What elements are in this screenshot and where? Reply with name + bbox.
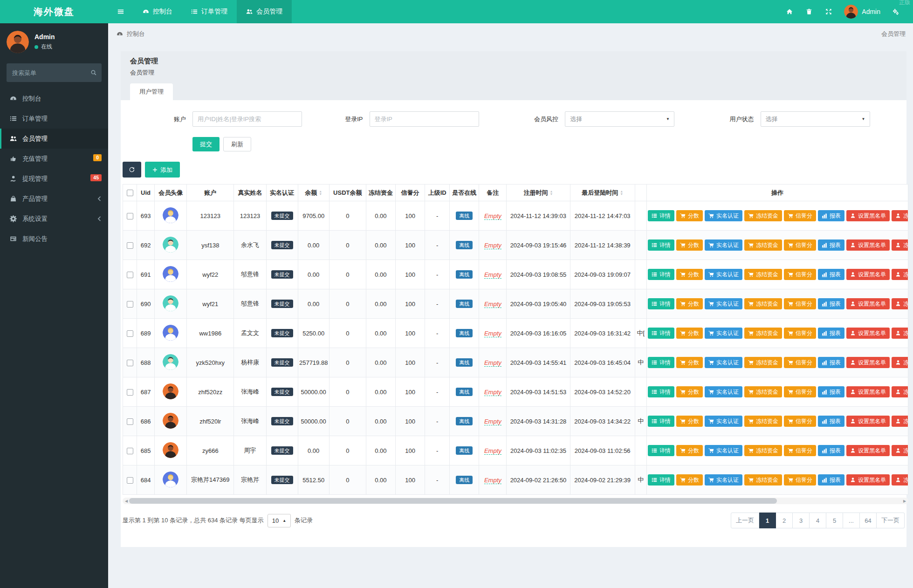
- report-button[interactable]: 报表: [818, 386, 844, 397]
- sidebar-item-提现管理[interactable]: 提现管理45: [0, 169, 108, 189]
- blacklist-button[interactable]: 设置黑名单: [846, 357, 890, 368]
- submit-button[interactable]: 提交: [192, 137, 220, 151]
- page-button-...[interactable]: ...: [843, 513, 860, 528]
- freeze-funds-button[interactable]: 冻结资金: [744, 328, 782, 339]
- freeze-button[interactable]: 冻结: [892, 210, 908, 221]
- detail-button[interactable]: 详情: [648, 416, 674, 427]
- user-status-select[interactable]: 选择 ▼: [761, 111, 870, 127]
- freeze-button[interactable]: 冻结: [892, 474, 908, 485]
- score-button[interactable]: 分数: [676, 269, 703, 280]
- freeze-funds-button[interactable]: 冻结资金: [744, 210, 782, 221]
- page-button-5[interactable]: 5: [826, 513, 843, 528]
- score-button[interactable]: 分数: [676, 298, 703, 309]
- freeze-funds-button[interactable]: 冻结资金: [744, 416, 782, 427]
- column-header-reg_time[interactable]: 注册时间: [524, 189, 548, 196]
- blacklist-button[interactable]: 设置黑名单: [846, 298, 890, 309]
- refresh-table-button[interactable]: [123, 162, 141, 178]
- report-button[interactable]: 报表: [818, 269, 844, 280]
- credit-score-button[interactable]: 信誉分: [784, 239, 816, 251]
- realname-verify-button[interactable]: 实名认证: [705, 210, 742, 221]
- freeze-button[interactable]: 冻结: [892, 445, 908, 456]
- page-button-3[interactable]: 3: [793, 513, 810, 528]
- sort-icon[interactable]: ▲▼: [319, 190, 322, 196]
- login-ip-input[interactable]: [370, 111, 479, 127]
- credit-score-button[interactable]: 信誉分: [784, 445, 816, 456]
- sidebar-item-控制台[interactable]: 控制台: [0, 89, 108, 109]
- note-link[interactable]: Empty: [484, 418, 501, 425]
- page-button-上一页[interactable]: 上一页: [731, 513, 759, 528]
- blacklist-button[interactable]: 设置黑名单: [846, 416, 890, 427]
- score-button[interactable]: 分数: [676, 416, 703, 427]
- blacklist-button[interactable]: 设置黑名单: [846, 445, 890, 456]
- page-button-下一页[interactable]: 下一页: [877, 513, 905, 528]
- nav-item-会员管理[interactable]: 会员管理: [237, 0, 292, 23]
- blacklist-button[interactable]: 设置黑名单: [846, 269, 890, 280]
- sidebar-item-订单管理[interactable]: 订单管理: [0, 109, 108, 129]
- blacklist-button[interactable]: 设置黑名单: [846, 239, 890, 251]
- freeze-funds-button[interactable]: 冻结资金: [744, 298, 782, 309]
- row-checkbox[interactable]: [127, 301, 133, 308]
- note-link[interactable]: Empty: [484, 242, 501, 249]
- credit-score-button[interactable]: 信誉分: [784, 357, 816, 368]
- sidebar-toggle-button[interactable]: [108, 0, 133, 23]
- breadcrumb-left[interactable]: 控制台: [127, 30, 145, 38]
- realname-verify-button[interactable]: 实名认证: [705, 239, 742, 251]
- realname-verify-button[interactable]: 实名认证: [705, 269, 742, 280]
- sidebar-item-充值管理[interactable]: 充值管理0: [0, 149, 108, 169]
- credit-score-button[interactable]: 信誉分: [784, 474, 816, 485]
- select-all-checkbox[interactable]: [127, 190, 133, 196]
- sidebar-item-会员管理[interactable]: 会员管理: [0, 129, 108, 149]
- score-button[interactable]: 分数: [676, 210, 703, 221]
- freeze-funds-button[interactable]: 冻结资金: [744, 474, 782, 485]
- blacklist-button[interactable]: 设置黑名单: [846, 474, 890, 485]
- detail-button[interactable]: 详情: [648, 386, 674, 397]
- freeze-button[interactable]: 冻结: [892, 239, 908, 251]
- note-link[interactable]: Empty: [484, 271, 501, 279]
- freeze-button[interactable]: 冻结: [892, 298, 908, 309]
- sidebar-item-系统设置[interactable]: 系统设置: [0, 209, 108, 229]
- freeze-funds-button[interactable]: 冻结资金: [744, 357, 782, 368]
- risk-select[interactable]: 选择 ▼: [565, 111, 674, 127]
- credit-score-button[interactable]: 信誉分: [784, 210, 816, 221]
- credit-score-button[interactable]: 信誉分: [784, 269, 816, 280]
- note-link[interactable]: Empty: [484, 477, 501, 484]
- detail-button[interactable]: 详情: [648, 239, 674, 251]
- blacklist-button[interactable]: 设置黑名单: [846, 210, 890, 221]
- credit-score-button[interactable]: 信誉分: [784, 386, 816, 397]
- credit-score-button[interactable]: 信誉分: [784, 298, 816, 309]
- realname-verify-button[interactable]: 实名认证: [705, 445, 742, 456]
- sort-icon[interactable]: ▲▼: [550, 190, 553, 196]
- sidebar-item-产品管理[interactable]: 产品管理: [0, 189, 108, 209]
- report-button[interactable]: 报表: [818, 474, 844, 485]
- note-link[interactable]: Empty: [484, 330, 501, 337]
- report-button[interactable]: 报表: [818, 357, 844, 368]
- detail-button[interactable]: 详情: [648, 210, 674, 221]
- realname-verify-button[interactable]: 实名认证: [705, 416, 742, 427]
- report-button[interactable]: 报表: [818, 239, 844, 251]
- page-button-64[interactable]: 64: [860, 513, 877, 528]
- score-button[interactable]: 分数: [676, 474, 703, 485]
- freeze-funds-button[interactable]: 冻结资金: [744, 386, 782, 397]
- score-button[interactable]: 分数: [676, 239, 703, 251]
- realname-verify-button[interactable]: 实名认证: [705, 386, 742, 397]
- note-link[interactable]: Empty: [484, 359, 501, 367]
- trash-button[interactable]: [799, 0, 819, 23]
- nav-item-控制台[interactable]: 控制台: [133, 0, 182, 23]
- realname-verify-button[interactable]: 实名认证: [705, 357, 742, 368]
- realname-verify-button[interactable]: 实名认证: [705, 474, 742, 485]
- freeze-funds-button[interactable]: 冻结资金: [744, 269, 782, 280]
- note-link[interactable]: Empty: [484, 212, 501, 220]
- add-member-button[interactable]: 添加: [145, 162, 180, 178]
- page-button-2[interactable]: 2: [776, 513, 793, 528]
- row-checkbox[interactable]: [127, 389, 133, 396]
- credit-score-button[interactable]: 信誉分: [784, 328, 816, 339]
- score-button[interactable]: 分数: [676, 386, 703, 397]
- scrollbar-thumb[interactable]: [129, 498, 777, 504]
- report-button[interactable]: 报表: [818, 210, 844, 221]
- page-button-1[interactable]: 1: [759, 513, 776, 528]
- row-checkbox[interactable]: [127, 477, 133, 484]
- row-checkbox[interactable]: [127, 418, 133, 425]
- score-button[interactable]: 分数: [676, 445, 703, 456]
- tab-user-management[interactable]: 用户管理: [130, 83, 173, 100]
- page-button-4[interactable]: 4: [810, 513, 826, 528]
